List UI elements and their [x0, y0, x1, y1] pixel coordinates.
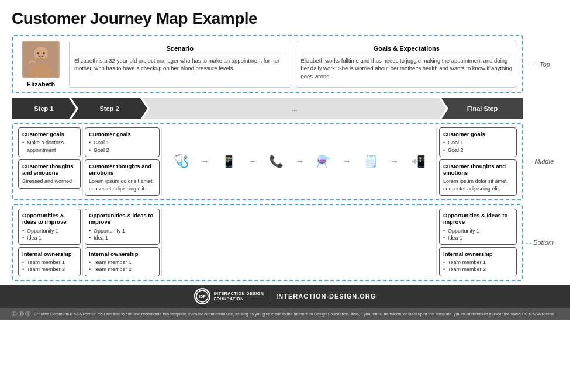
svg-point-3 [37, 52, 39, 54]
list-item: Idea 1 [443, 234, 513, 241]
phone-small-icon: 📲 [411, 154, 426, 168]
step2-thoughts-card: Customer thoughts and emotions Lorem ips… [85, 159, 160, 196]
list-item: Team member 1 [89, 259, 156, 266]
scenario-content: Elizabeth is a 32-year-old project manag… [74, 57, 286, 72]
footer: IDF INTERACTION DESIGN FOUNDATION INTERA… [0, 285, 570, 308]
footer-url: INTERACTION-DESIGN.ORG [276, 293, 376, 300]
step2-goals-list: Goal 1 Goal 2 [89, 139, 156, 153]
page-title: Customer Journey Map Example [12, 9, 558, 28]
final-thoughts-title: Customer thoughts and emotions [443, 163, 513, 176]
list-item: Team member 1 [22, 259, 77, 266]
phone-ring-icon: 📞 [269, 154, 284, 168]
step1-ownership-card: Internal ownership Team member 1 Team me… [18, 247, 81, 277]
final-opps-title: Opportunities & ideas to improve [443, 212, 513, 226]
logo-circle: IDF [194, 288, 210, 304]
copyright-bar: Ⓒ Ⓑ Ⓢ Creative Commons BY-SA license: Yo… [0, 308, 570, 320]
final-thoughts-content: Lorem ipsum dolor sit amet, consectet ad… [443, 178, 513, 192]
middle-label: - - - Middle [523, 158, 554, 165]
final-ownership-card: Internal ownership Team member 1 Team me… [439, 247, 517, 277]
arrow-icon: → [296, 157, 304, 166]
document-icon: 🗒️ [364, 154, 378, 168]
step1-thoughts-content: Stressed and worried [22, 178, 77, 185]
step2-ownership-title: Internal ownership [89, 251, 156, 257]
step1-ownership-list: Team member 1 Team member 2 [22, 259, 77, 273]
step1-opps-list: Opportunity 1 Idea 1 [22, 227, 77, 241]
step2-goals-title: Customer goals [89, 131, 156, 137]
final-goals-title: Customer goals [443, 131, 513, 137]
list-item: Idea 1 [89, 234, 156, 241]
scenario-box: Scenario Elizabeth is a 32-year-old proj… [69, 41, 291, 88]
final-opps-list: Opportunity 1 Idea 1 [443, 227, 513, 241]
persona-avatar [22, 41, 60, 78]
step2-thoughts-title: Customer thoughts and emotions [89, 163, 156, 176]
list-item: Goal 1 [443, 139, 513, 146]
final-goals-list: Goal 1 Goal 2 [443, 139, 513, 153]
list-item: Team member 2 [89, 266, 156, 273]
goals-header: Goals & Expectations [301, 45, 513, 54]
middle-col-step2: Customer goals Goal 1 Goal 2 Customer th… [82, 127, 161, 196]
step-1-arrow: Step 1 [12, 98, 76, 119]
top-label: - - - Top [528, 61, 550, 68]
middle-col-step1: Customer goals Make a doctor's appointme… [16, 127, 82, 196]
list-item: Opportunity 1 [89, 227, 156, 234]
list-item: Opportunity 1 [443, 227, 513, 234]
footer-logo: IDF INTERACTION DESIGN FOUNDATION [194, 288, 264, 304]
arrow-icon: → [391, 157, 399, 166]
arrow-icon: → [343, 157, 351, 166]
step1-opps-card: Opportunities & ideas to improve Opportu… [18, 209, 81, 245]
bottom-col-step2: Opportunities & ideas to improve Opportu… [82, 209, 161, 277]
list-item: Goal 2 [89, 147, 156, 154]
list-item: Opportunity 1 [22, 227, 77, 234]
final-opps-card: Opportunities & ideas to improve Opportu… [439, 209, 517, 245]
list-item: Make a doctor's appointment [22, 139, 77, 153]
scenario-header: Scenario [74, 45, 286, 54]
step-2-arrow: Step 2 [71, 98, 147, 119]
bottom-col-dots [161, 209, 437, 277]
svg-point-4 [43, 52, 45, 54]
step-final-arrow: Final Step [441, 98, 523, 119]
persona-box: Elizabeth [18, 41, 64, 88]
step1-goals-title: Customer goals [22, 131, 77, 137]
top-section: Elizabeth Scenario Elizabeth is a 32-yea… [12, 35, 523, 93]
persona-name: Elizabeth [27, 81, 55, 88]
stethoscope-icon: 🩺 [173, 154, 189, 169]
middle-col-dots: 🩺 → 📱 → 📞 → ⚗️ → 🗒️ → 📲 [161, 127, 437, 196]
phone-icon: 📱 [222, 154, 236, 168]
list-item: Goal 1 [89, 139, 156, 146]
step1-goals-card: Customer goals Make a doctor's appointme… [18, 127, 81, 157]
list-item: Team member 2 [22, 266, 77, 273]
step1-thoughts-card: Customer thoughts and emotions Stressed … [18, 159, 81, 189]
bottom-label: - - - Bottom [521, 239, 554, 246]
arrow-icon: → [248, 157, 257, 166]
step2-thoughts-content: Lorem ipsum dolor sit amet, consectet ad… [89, 178, 156, 192]
step1-thoughts-title: Customer thoughts and emotions [22, 163, 77, 176]
list-item: Idea 1 [22, 234, 77, 241]
step1-goals-list: Make a doctor's appointment [22, 139, 77, 153]
list-item: Goal 2 [443, 147, 513, 154]
steps-row: Step 1 Step 2 ... Final Step [12, 98, 523, 119]
goals-content: Elizabeth works fulltime and thus needs … [301, 57, 513, 80]
list-item: Team member 1 [443, 259, 513, 266]
goals-box: Goals & Expectations Elizabeth works ful… [296, 41, 518, 88]
copyright-text: Creative Commons BY-SA license: You are … [34, 311, 555, 317]
footer-divider [270, 290, 270, 302]
footer-org-name: INTERACTION DESIGN FOUNDATION [214, 291, 264, 301]
copyright-icons: Ⓒ Ⓑ Ⓢ [12, 310, 30, 318]
svg-text:IDF: IDF [199, 294, 206, 299]
step2-goals-card: Customer goals Goal 1 Goal 2 [85, 127, 160, 157]
step-dots-arrow: ... [143, 98, 446, 119]
middle-section: Customer goals Make a doctor's appointme… [12, 123, 523, 200]
step2-ownership-list: Team member 1 Team member 2 [89, 259, 156, 273]
step2-opps-card: Opportunities & ideas to improve Opportu… [85, 209, 160, 245]
step2-opps-title: Opportunities & ideas to improve [89, 212, 156, 226]
mortar-icon: ⚗️ [316, 154, 331, 168]
step1-ownership-title: Internal ownership [22, 251, 77, 257]
step2-ownership-card: Internal ownership Team member 1 Team me… [85, 247, 160, 277]
list-item: Team member 2 [443, 266, 513, 273]
final-ownership-title: Internal ownership [443, 251, 513, 257]
final-goals-card: Customer goals Goal 1 Goal 2 [439, 127, 517, 157]
arrow-icon: → [201, 157, 209, 166]
step1-opps-title: Opportunities & ideas to improve [22, 212, 77, 226]
step2-opps-list: Opportunity 1 Idea 1 [89, 227, 156, 241]
middle-col-final: Customer goals Goal 1 Goal 2 Customer th… [437, 127, 519, 196]
